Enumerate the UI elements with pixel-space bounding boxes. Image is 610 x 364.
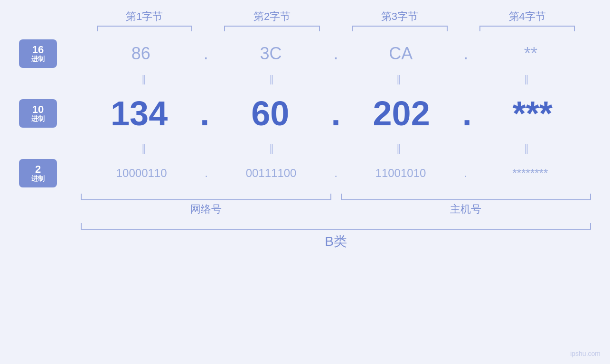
bin-dot-3: . xyxy=(461,167,469,180)
hex-val-2: 3C xyxy=(260,44,282,64)
byte2-label: 第2字节 xyxy=(253,10,291,22)
equals-row-2: ‖ ‖ ‖ ‖ xyxy=(81,140,591,157)
top-brackets xyxy=(81,26,591,37)
eq2-3-text: ‖ xyxy=(396,142,403,154)
byte-headers: 第1字节 第2字节 第3字节 第4字节 xyxy=(81,9,591,24)
network-label: 网络号 xyxy=(190,203,222,215)
hex-cell-3: CA xyxy=(341,44,461,64)
byte4-label: 第4字节 xyxy=(509,10,546,22)
byte4-header: 第4字节 xyxy=(463,9,591,24)
bracket4-col xyxy=(463,26,591,37)
bracket4 xyxy=(479,26,575,31)
hex-badge-num: 16 xyxy=(32,44,44,56)
bin-val-2: 00111100 xyxy=(246,167,297,180)
byte1-label: 第1字节 xyxy=(126,10,163,22)
dec-cells: 134 . 60 . 202 . *** xyxy=(81,94,591,133)
host-label: 主机号 xyxy=(450,203,481,215)
dec-badge-num: 10 xyxy=(32,104,44,115)
equals-row-1: ‖ ‖ ‖ ‖ xyxy=(81,70,591,87)
dec-row: 10 进制 134 . 60 . 202 . *** xyxy=(19,87,591,140)
eq2-1: ‖ xyxy=(81,142,208,154)
hex-dot-2: . xyxy=(331,44,340,64)
byte1-header: 第1字节 xyxy=(81,9,208,24)
bin-badge-num: 2 xyxy=(35,164,41,175)
byte3-header: 第3字节 xyxy=(336,9,464,24)
eq2-3: ‖ xyxy=(336,142,464,154)
dec-dot-3: . xyxy=(460,94,474,133)
eq1-3-text: ‖ xyxy=(396,73,403,84)
dec-val-4: *** xyxy=(513,94,553,133)
eq1-2: ‖ xyxy=(208,73,336,84)
eq1-3: ‖ xyxy=(336,73,464,84)
hex-val-4: ** xyxy=(524,44,537,64)
dec-val-1: 134 xyxy=(111,94,168,133)
bracket3-col xyxy=(336,26,464,37)
bracket1-col xyxy=(81,26,208,37)
dec-val-2: 60 xyxy=(251,94,289,133)
dec-dot-2: . xyxy=(328,94,343,133)
bin-badge: 2 进制 xyxy=(19,159,57,187)
network-bracket xyxy=(81,194,331,200)
dec-badge: 10 进制 xyxy=(19,99,57,128)
network-label-container: 网络号 xyxy=(81,202,331,216)
bracket1 xyxy=(97,26,193,31)
network-host-labels: 网络号 主机号 xyxy=(81,202,591,216)
bin-cell-1: 10000110 xyxy=(81,167,202,180)
host-bracket xyxy=(341,194,591,200)
label-gap xyxy=(331,202,341,216)
bracket3 xyxy=(352,26,448,31)
bin-cell-4: ******** xyxy=(469,167,591,180)
bin-cell-2: 00111100 xyxy=(210,167,332,180)
hex-cells: 86 . 3C . CA . ** xyxy=(81,44,591,64)
hex-cell-1: 86 xyxy=(81,44,201,64)
hex-badge-sub: 进制 xyxy=(31,56,45,63)
host-label-container: 主机号 xyxy=(341,202,591,216)
dec-cell-3: 202 xyxy=(343,94,460,133)
class-label: B类 xyxy=(81,233,591,251)
dec-cell-4: *** xyxy=(474,94,591,133)
hex-badge: 16 进制 xyxy=(19,39,57,68)
bin-val-1: 10000110 xyxy=(116,167,167,180)
hex-row: 16 进制 86 . 3C . CA . ** xyxy=(19,37,591,70)
dec-badge-sub: 进制 xyxy=(31,115,45,122)
dec-cell-1: 134 xyxy=(81,94,197,133)
dec-cell-2: 60 xyxy=(212,94,328,133)
bin-cell-3: 11001010 xyxy=(340,167,461,180)
eq2-1-text: ‖ xyxy=(141,142,148,154)
hex-dot-3: . xyxy=(461,44,470,64)
eq2-2: ‖ xyxy=(208,142,336,154)
eq1-2-text: ‖ xyxy=(269,73,275,84)
byte2-header: 第2字节 xyxy=(208,9,336,24)
bin-val-3: 11001010 xyxy=(375,167,426,180)
byte3-label: 第3字节 xyxy=(381,10,418,22)
hex-dot-1: . xyxy=(201,44,211,64)
bottom-brackets-row xyxy=(81,194,591,200)
eq2-4: ‖ xyxy=(463,142,591,154)
bracket2 xyxy=(224,26,320,31)
eq2-2-text: ‖ xyxy=(269,142,275,154)
dec-val-3: 202 xyxy=(373,94,430,133)
hex-val-3: CA xyxy=(389,44,413,64)
eq2-4-text: ‖ xyxy=(524,142,530,154)
class-bracket xyxy=(81,223,591,230)
bracket-gap xyxy=(331,194,341,200)
eq1-4: ‖ xyxy=(463,73,591,84)
eq1-1-text: ‖ xyxy=(141,73,148,84)
bin-badge-sub: 进制 xyxy=(31,175,45,182)
dec-dot-1: . xyxy=(197,94,212,133)
bin-cells: 10000110 . 00111100 . 11001010 . *******… xyxy=(81,167,591,180)
bin-val-4: ******** xyxy=(513,167,548,180)
eq1-4-text: ‖ xyxy=(524,73,530,84)
bin-row: 2 进制 10000110 . 00111100 . 11001010 . **… xyxy=(19,157,591,190)
hex-cell-4: ** xyxy=(470,44,591,64)
bin-dot-1: . xyxy=(202,167,210,180)
bracket2-col xyxy=(208,26,336,37)
bin-dot-2: . xyxy=(332,167,340,180)
watermark: ipshu.com xyxy=(570,350,601,357)
hex-cell-2: 3C xyxy=(211,44,331,64)
hex-val-1: 86 xyxy=(131,44,150,64)
eq1-1: ‖ xyxy=(81,73,208,84)
